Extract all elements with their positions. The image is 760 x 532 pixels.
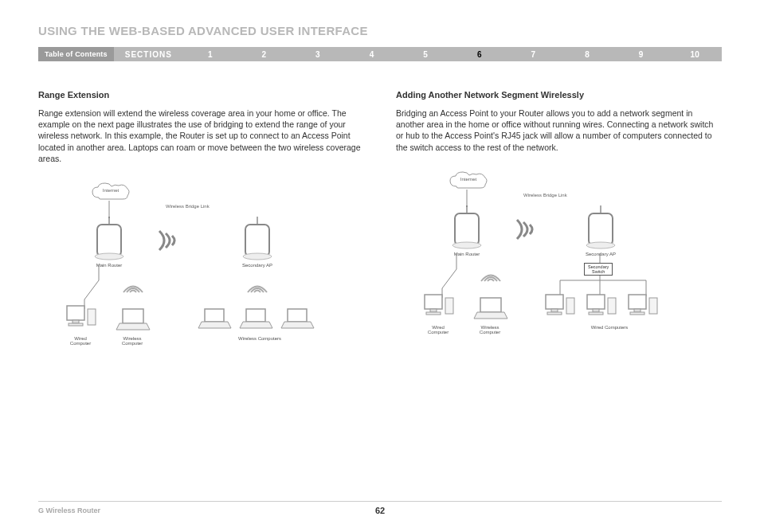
- svg-point-21: [586, 242, 615, 248]
- wifi-icon: [121, 279, 145, 295]
- svg-point-6: [243, 253, 272, 260]
- laptop-icon: [239, 307, 274, 334]
- svg-rect-14: [288, 309, 307, 322]
- nav-item-10[interactable]: 10: [668, 50, 722, 59]
- right-heading: Adding Another Network Segment Wirelessl…: [396, 90, 722, 100]
- page-title: USING THE WEB-BASED ADVANCED USER INTERF…: [38, 24, 722, 37]
- svg-rect-25: [426, 312, 441, 315]
- secondary-ap-label: Secondary AP: [574, 252, 627, 256]
- wifi-icon: [479, 268, 503, 284]
- wired-computers-label: Wired Computers: [570, 325, 649, 330]
- nav-item-3[interactable]: 3: [291, 50, 345, 59]
- laptop-icon: [115, 307, 151, 336]
- secondary-ap-icon: [239, 217, 276, 261]
- svg-rect-27: [480, 298, 501, 312]
- svg-rect-39: [649, 298, 657, 314]
- section-nav: Table of Contents SECTIONS 1 2 3 4 5 6 7…: [38, 47, 722, 61]
- svg-rect-12: [205, 309, 224, 322]
- link-line: [439, 253, 458, 298]
- svg-rect-9: [69, 323, 83, 326]
- svg-rect-33: [593, 309, 599, 312]
- desktop-icon: [544, 293, 576, 327]
- main-router-icon: [91, 217, 127, 261]
- wired-computer-label: Wired Computer: [423, 325, 453, 334]
- desktop-icon: [65, 304, 97, 338]
- svg-rect-5: [245, 225, 269, 256]
- laptop-icon: [472, 296, 509, 325]
- left-diagram: Internet Main Router: [38, 178, 364, 385]
- nav-sections-label: SECTIONS: [114, 47, 183, 61]
- page-footer: G Wireless Router 62: [38, 501, 722, 514]
- desktop-icon: [586, 293, 617, 327]
- nav-toc[interactable]: Table of Contents: [38, 47, 114, 61]
- internet-label: Internet: [91, 188, 131, 193]
- svg-rect-29: [551, 309, 558, 312]
- svg-rect-7: [67, 306, 84, 320]
- main-router-icon: [449, 205, 485, 250]
- svg-rect-8: [72, 320, 79, 323]
- right-diagram: Internet Main Router: [396, 167, 722, 374]
- svg-rect-13: [246, 309, 265, 322]
- internet-label: Internet: [449, 177, 488, 182]
- svg-rect-11: [123, 309, 143, 323]
- left-heading: Range Extension: [38, 90, 364, 100]
- svg-rect-37: [634, 309, 641, 312]
- link-line: [81, 264, 100, 309]
- nav-item-8[interactable]: 8: [560, 50, 614, 59]
- link-line: [466, 190, 468, 207]
- secondary-switch-label: Secondary Switch: [584, 263, 613, 276]
- bridge-label: Wireless Bridge Link: [166, 204, 210, 209]
- nav-item-4[interactable]: 4: [345, 50, 399, 59]
- nav-item-2[interactable]: 2: [237, 50, 291, 59]
- svg-rect-34: [589, 312, 603, 315]
- svg-rect-24: [430, 309, 437, 312]
- bridge-icon: [514, 217, 536, 242]
- secondary-ap-label: Secondary AP: [231, 263, 284, 268]
- left-body: Range extension will extend the wireless…: [38, 108, 364, 164]
- laptop-icon: [198, 307, 233, 334]
- svg-rect-17: [455, 213, 479, 245]
- svg-rect-36: [629, 295, 646, 309]
- nav-item-5[interactable]: 5: [398, 50, 452, 59]
- desktop-icon: [423, 293, 455, 327]
- nav-item-6[interactable]: 6: [452, 50, 507, 59]
- page-number: 62: [38, 506, 722, 515]
- laptop-icon: [280, 307, 315, 334]
- bridge-label: Wireless Bridge Link: [523, 193, 567, 198]
- link-line: [599, 253, 601, 263]
- svg-rect-35: [608, 298, 616, 314]
- svg-point-3: [95, 253, 123, 260]
- svg-rect-32: [587, 295, 605, 309]
- right-body: Bridging an Access Point to your Router …: [396, 108, 722, 153]
- left-column: Range Extension Range extension will ext…: [38, 90, 364, 385]
- secondary-ap-icon: [582, 205, 619, 250]
- bridge-icon: [156, 228, 178, 253]
- svg-rect-30: [547, 312, 562, 315]
- svg-rect-23: [425, 295, 442, 309]
- svg-rect-26: [445, 298, 453, 314]
- nav-item-9[interactable]: 9: [614, 50, 668, 59]
- wifi-icon: [245, 279, 269, 295]
- link-line: [108, 201, 110, 218]
- right-column: Adding Another Network Segment Wirelessl…: [396, 90, 722, 385]
- svg-rect-2: [97, 225, 121, 256]
- svg-point-18: [452, 242, 481, 248]
- svg-rect-31: [566, 298, 574, 314]
- wireless-computers-label: Wireless Computers: [220, 336, 300, 341]
- svg-rect-28: [546, 295, 563, 309]
- svg-rect-38: [630, 312, 644, 315]
- wireless-computer-label: Wireless Computer: [115, 336, 150, 346]
- svg-rect-10: [88, 309, 96, 325]
- wired-computer-label: Wired Computer: [65, 336, 96, 346]
- wireless-computer-label: Wireless Computer: [472, 325, 507, 334]
- svg-rect-20: [589, 213, 613, 245]
- desktop-icon: [627, 293, 659, 327]
- nav-item-1[interactable]: 1: [183, 50, 237, 59]
- nav-item-7[interactable]: 7: [507, 50, 561, 59]
